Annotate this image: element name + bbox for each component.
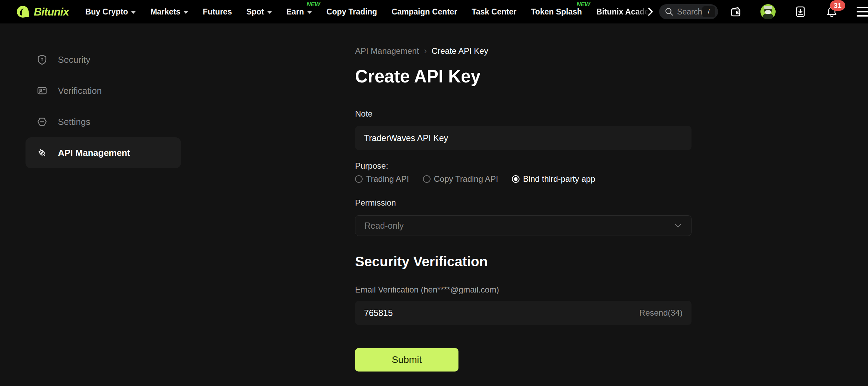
wallet-icon[interactable] [729, 5, 742, 18]
new-badge: NEW [576, 1, 590, 8]
nav-bitunix-academy[interactable]: Bitunix Academy [596, 0, 649, 23]
sidebar-item-settings[interactable]: Settings [26, 106, 181, 137]
download-app-icon[interactable] [794, 5, 807, 18]
brand-name: Bitunix [34, 6, 69, 18]
search-input[interactable]: Search / [659, 4, 718, 19]
user-avatar[interactable] [760, 4, 776, 19]
notifications-bell-icon[interactable]: 31 [825, 5, 838, 18]
radio-circle-icon [355, 175, 363, 183]
security-verification-heading: Security Verification [355, 254, 488, 269]
email-code-input[interactable]: 765815 Resend(34) [355, 301, 692, 325]
topbar-icons: 31 [729, 4, 868, 19]
sidebar-item-security[interactable]: Security [26, 44, 181, 75]
chevron-down-icon [267, 11, 272, 14]
nav-earn[interactable]: Earn NEW [286, 0, 312, 23]
radio-copy-trading-api[interactable]: Copy Trading API [423, 174, 498, 184]
resend-countdown-button[interactable]: Resend(34) [639, 308, 683, 318]
breadcrumb-separator-icon: › [424, 46, 427, 56]
sidebar-item-verification[interactable]: Verification [26, 75, 181, 106]
new-badge: NEW [306, 1, 320, 8]
search-shortcut-key: / [702, 6, 715, 17]
sidebar-item-label: API Management [58, 148, 130, 158]
nav-futures[interactable]: Futures [203, 0, 232, 23]
page-title: Create API Key [355, 66, 481, 87]
sidebar-item-label: Verification [58, 86, 102, 96]
nav-task-center[interactable]: Task Center [472, 0, 516, 23]
nav-buy-crypto[interactable]: Buy Crypto [85, 0, 136, 23]
chevron-down-icon [131, 11, 136, 14]
radio-bind-third-party-app[interactable]: Bind third-party app [512, 174, 595, 184]
hamburger-menu-icon[interactable] [857, 7, 868, 17]
purpose-radio-group: Trading API Copy Trading API Bind third-… [355, 174, 595, 184]
note-label: Note [355, 109, 373, 119]
permission-selected-value: Read-only [364, 221, 404, 231]
bitunix-logo-icon [16, 5, 30, 19]
search-placeholder: Search [677, 7, 702, 17]
bitunix-logo[interactable]: Bitunix [16, 5, 69, 19]
purpose-label: Purpose: [355, 161, 388, 171]
chevron-down-icon [307, 11, 312, 14]
sidebar-item-label: Security [58, 55, 90, 65]
permission-label: Permission [355, 198, 396, 208]
note-input-value: TraderWaves API Key [364, 133, 448, 143]
primary-nav: Buy Crypto Markets Futures Spot Earn NEW… [85, 0, 649, 23]
shield-icon [37, 54, 48, 65]
sidebar-item-api-management[interactable]: API Management [26, 137, 181, 168]
breadcrumb: API Management › Create API Key [355, 46, 488, 56]
plug-icon [37, 147, 48, 158]
breadcrumb-current: Create API Key [432, 46, 488, 56]
radio-circle-icon [423, 175, 431, 183]
account-sidebar: Security Verification Settings API Manag… [26, 44, 181, 168]
top-navigation-bar: Bitunix Buy Crypto Markets Futures Spot … [0, 0, 868, 23]
hexagon-settings-icon [37, 116, 48, 127]
submit-button[interactable]: Submit [355, 348, 458, 372]
sidebar-item-label: Settings [58, 117, 90, 127]
radio-trading-api[interactable]: Trading API [355, 174, 409, 184]
nav-markets[interactable]: Markets [150, 0, 188, 23]
notification-count-badge: 31 [830, 0, 845, 11]
nav-copy-trading[interactable]: Copy Trading [326, 0, 377, 23]
nav-token-splash[interactable]: Token Splash NEW [531, 0, 582, 23]
chevron-down-icon [674, 221, 682, 230]
note-input[interactable]: TraderWaves API Key [355, 126, 692, 150]
email-verification-label: Email Verification (hen****@gmail.com) [355, 285, 499, 295]
radio-selected-icon [512, 175, 519, 183]
search-icon [665, 7, 674, 16]
chevron-down-icon [183, 11, 188, 14]
nav-campaign-center[interactable]: Campaign Center [392, 0, 457, 23]
nav-spot[interactable]: Spot [246, 0, 272, 23]
id-card-icon [37, 85, 48, 96]
permission-select[interactable]: Read-only [355, 215, 692, 236]
email-code-value: 765815 [364, 308, 393, 318]
breadcrumb-api-management[interactable]: API Management [355, 46, 419, 56]
